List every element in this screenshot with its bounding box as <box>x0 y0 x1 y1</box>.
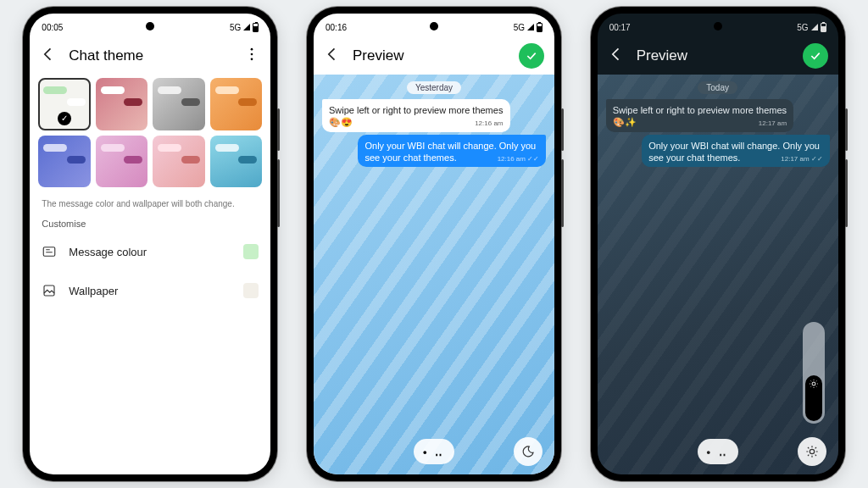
camera-notch <box>430 22 438 30</box>
theme-pager[interactable]: • ‥ <box>414 439 454 464</box>
outgoing-message: Only your WBI chat will change. Only you… <box>642 135 830 168</box>
theme-tile-3[interactable] <box>210 78 263 130</box>
brightness-slider-thumb[interactable] <box>805 375 822 421</box>
date-chip: Today <box>698 81 737 94</box>
status-time: 00:05 <box>42 23 63 32</box>
wallpaper-swatch <box>243 283 259 298</box>
bottom-controls: • ‥ <box>314 439 554 464</box>
confirm-button[interactable] <box>803 43 828 69</box>
light-mode-toggle[interactable] <box>798 437 826 466</box>
wallpaper-label: Wallpaper <box>69 285 231 297</box>
theme-tile-5[interactable] <box>96 136 148 188</box>
theme-tile-2[interactable] <box>153 78 205 130</box>
message-colour-row[interactable]: Message colour <box>30 232 270 271</box>
outgoing-message: Only your WBI chat will change. Only you… <box>358 135 546 168</box>
app-bar: Preview <box>314 37 554 75</box>
confirm-button[interactable] <box>519 43 544 69</box>
phone-frame-1: 00:05 5G Chat theme ✓ The message color … <box>23 7 277 481</box>
page-title: Preview <box>637 47 791 64</box>
svg-rect-3 <box>44 247 56 257</box>
theme-tile-4[interactable] <box>38 136 91 188</box>
read-ticks-icon: ✓✓ <box>811 155 823 163</box>
message-colour-icon <box>42 244 57 259</box>
theme-grid: ✓ <box>30 75 270 191</box>
back-icon[interactable] <box>40 46 57 66</box>
signal-icon <box>527 24 534 30</box>
back-icon[interactable] <box>324 46 341 66</box>
svg-point-1 <box>251 53 253 56</box>
message-colour-label: Message colour <box>69 246 231 258</box>
svg-point-0 <box>251 48 253 51</box>
wallpaper-icon <box>42 283 57 298</box>
wallpaper-row[interactable]: Wallpaper <box>30 271 270 310</box>
status-time: 00:17 <box>609 23 631 32</box>
outgoing-message-time: 12:17 am <box>781 155 809 163</box>
outgoing-message-time: 12:16 am <box>498 155 526 163</box>
dark-mode-toggle[interactable] <box>514 437 542 466</box>
theme-tile-0[interactable]: ✓ <box>38 78 91 130</box>
back-icon[interactable] <box>608 46 625 66</box>
status-network: 5G <box>230 23 241 32</box>
more-icon[interactable] <box>243 46 260 66</box>
signal-icon <box>243 24 250 30</box>
status-time: 00:16 <box>326 23 347 32</box>
incoming-message: Swipe left or right to preview more them… <box>322 99 510 132</box>
theme-tile-6[interactable] <box>153 136 205 188</box>
app-bar: Preview <box>598 37 838 75</box>
bottom-controls: • ‥ <box>598 439 838 464</box>
page-title: Preview <box>353 47 507 64</box>
theme-tile-1[interactable] <box>96 78 148 130</box>
theme-tile-7[interactable] <box>210 136 263 188</box>
theme-hint-text: The message color and wallpaper will bot… <box>30 191 270 212</box>
camera-notch <box>714 22 722 30</box>
message-colour-swatch <box>243 244 259 259</box>
camera-notch <box>146 22 154 30</box>
app-bar: Chat theme <box>30 37 270 75</box>
svg-rect-4 <box>44 286 54 296</box>
read-ticks-icon: ✓✓ <box>527 155 539 163</box>
status-network: 5G <box>797 23 808 32</box>
status-network: 5G <box>514 23 525 32</box>
customise-label: Customise <box>30 212 270 232</box>
screen-preview-dark: 00:17 5G Preview Today Swipe left or rig… <box>598 14 838 474</box>
chat-preview-area[interactable]: Yesterday Swipe left or right to preview… <box>314 75 554 474</box>
phone-frame-3: 00:17 5G Preview Today Swipe left or rig… <box>591 7 845 481</box>
page-title: Chat theme <box>69 47 231 64</box>
check-icon: ✓ <box>58 112 71 125</box>
battery-icon <box>253 23 259 32</box>
screen-chat-theme: 00:05 5G Chat theme ✓ The message color … <box>30 14 270 474</box>
incoming-message-time: 12:16 am <box>475 119 503 128</box>
chat-preview-area[interactable]: Today Swipe left or right to preview mor… <box>598 75 838 474</box>
battery-icon <box>821 23 826 32</box>
svg-point-2 <box>251 58 253 61</box>
svg-point-6 <box>810 449 814 453</box>
incoming-message-time: 12:17 am <box>759 119 787 128</box>
date-chip: Yesterday <box>407 81 461 94</box>
incoming-message: Swipe left or right to preview more them… <box>606 99 794 132</box>
theme-pager[interactable]: • ‥ <box>698 439 738 464</box>
brightness-slider[interactable] <box>803 322 825 424</box>
svg-point-5 <box>812 382 815 385</box>
phone-frame-2: 00:16 5G Preview Yesterday Swipe left or… <box>307 7 561 481</box>
battery-icon <box>537 23 542 32</box>
signal-icon <box>811 24 818 30</box>
screen-preview-light: 00:16 5G Preview Yesterday Swipe left or… <box>314 14 554 474</box>
